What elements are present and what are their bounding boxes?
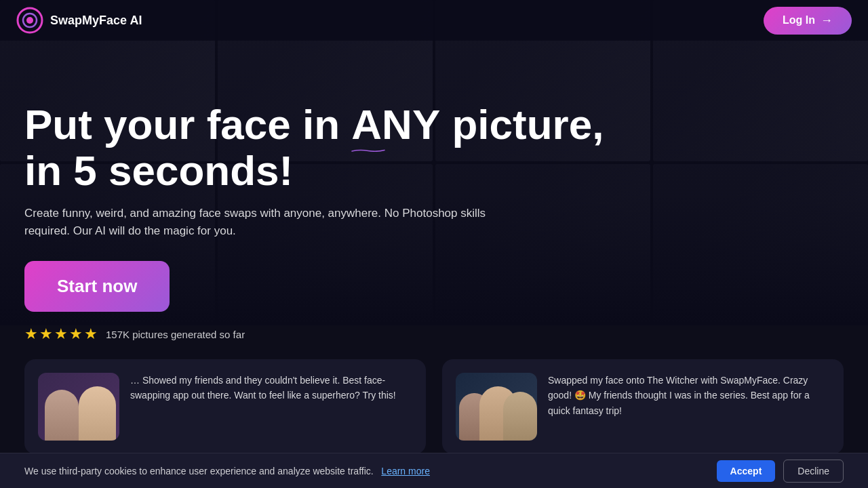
login-arrow-icon: → bbox=[821, 14, 833, 28]
testimonial-photo-1 bbox=[38, 373, 119, 441]
face-layer-1 bbox=[45, 390, 79, 441]
stats-label: 157K pictures generated so far bbox=[106, 329, 245, 340]
accept-button[interactable]: Accept bbox=[717, 460, 776, 482]
testimonial-image-1 bbox=[38, 373, 119, 441]
cookie-message: We use third-party cookies to enhance us… bbox=[24, 466, 709, 476]
testimonial-card-2: Swapped my face onto The Witcher with Sw… bbox=[442, 359, 844, 454]
star-rating: ★★★★★ bbox=[24, 325, 99, 343]
testimonial-card-1: … Showed my friends and they couldn't be… bbox=[24, 359, 426, 454]
hero-section: Put your face in ANY picture, in 5 secon… bbox=[0, 0, 868, 488]
hero-title-part1: Put your face in bbox=[24, 101, 351, 148]
testimonial-photo-2 bbox=[456, 373, 537, 441]
svg-point-2 bbox=[26, 17, 33, 24]
brand-name: SwapMyFace AI bbox=[50, 14, 142, 28]
hero-subtitle: Create funny, weird, and amazing face sw… bbox=[24, 205, 499, 239]
face-layer-2 bbox=[79, 386, 116, 441]
testimonials-row: … Showed my friends and they couldn't be… bbox=[24, 359, 844, 454]
login-label: Log In bbox=[783, 14, 815, 26]
witcher-face-3 bbox=[503, 392, 537, 441]
hero-content: Put your face in ANY picture, in 5 secon… bbox=[24, 102, 844, 343]
testimonial-image-2 bbox=[456, 373, 537, 441]
learn-more-link[interactable]: Learn more bbox=[381, 466, 430, 476]
logo: SwapMyFace AI bbox=[16, 7, 142, 34]
any-underline-decoration bbox=[351, 149, 385, 152]
decline-button[interactable]: Decline bbox=[783, 460, 844, 483]
cookie-banner: We use third-party cookies to enhance us… bbox=[0, 453, 868, 488]
navbar: SwapMyFace AI Log In → bbox=[0, 0, 868, 41]
rating-row: ★★★★★ 157K pictures generated so far bbox=[24, 325, 844, 343]
login-button[interactable]: Log In → bbox=[764, 7, 852, 35]
start-now-button[interactable]: Start now bbox=[24, 261, 170, 312]
testimonial-text-2: Swapped my face onto The Witcher with Sw… bbox=[548, 373, 830, 418]
testimonial-text-1: … Showed my friends and they couldn't be… bbox=[130, 373, 412, 403]
hero-any-word: ANY bbox=[351, 102, 440, 148]
hero-title: Put your face in ANY picture, in 5 secon… bbox=[24, 102, 635, 194]
logo-icon bbox=[16, 7, 43, 34]
